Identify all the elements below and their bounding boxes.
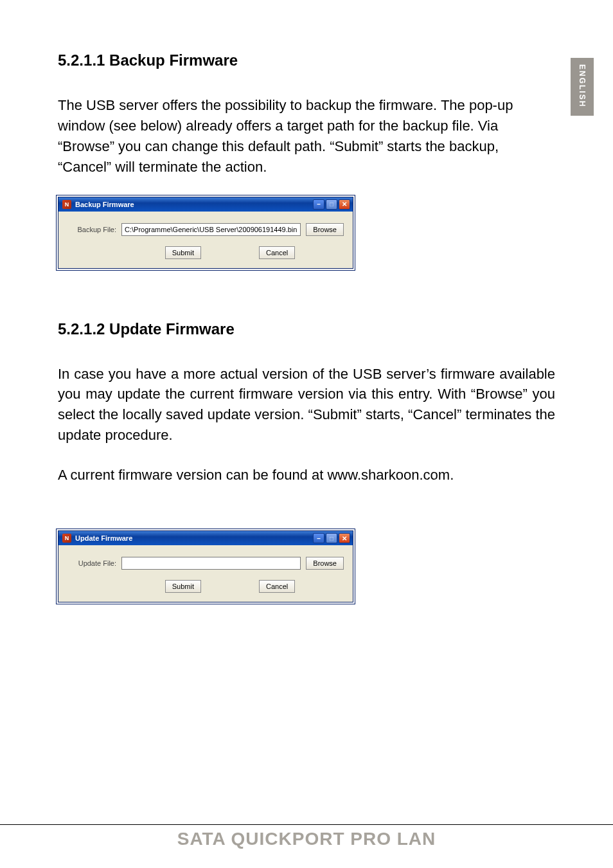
close-button[interactable]: ✕ bbox=[339, 533, 350, 543]
browse-button[interactable]: Browse bbox=[306, 223, 344, 236]
dialog-title: Update Firmware bbox=[75, 534, 313, 542]
heading-backup-firmware: 5.2.1.1 Backup Firmware bbox=[58, 51, 555, 69]
minimize-button[interactable]: – bbox=[313, 533, 324, 543]
para-update-firmware-1: In case you have a more actual version o… bbox=[58, 364, 555, 446]
dialog-body: Update File: Browse Submit Cancel bbox=[58, 545, 353, 602]
browse-button[interactable]: Browse bbox=[306, 557, 344, 570]
file-row: Backup File: Browse bbox=[67, 223, 344, 236]
dialog-button-row: Submit Cancel bbox=[67, 580, 344, 593]
close-button[interactable]: ✕ bbox=[339, 199, 350, 210]
dialog-titlebar: N Update Firmware – □ ✕ bbox=[58, 531, 353, 545]
app-icon: N bbox=[62, 200, 71, 209]
dialog-button-row: Submit Cancel bbox=[67, 246, 344, 259]
language-tab-label: ENGLISH bbox=[578, 64, 587, 107]
update-file-label: Update File: bbox=[67, 559, 116, 567]
heading-update-firmware: 5.2.1.2 Update Firmware bbox=[58, 320, 555, 338]
cancel-button[interactable]: Cancel bbox=[259, 580, 295, 593]
update-file-input[interactable] bbox=[121, 557, 301, 570]
para-backup-firmware: The USB server offers the possibility to… bbox=[58, 95, 555, 177]
submit-button[interactable]: Submit bbox=[165, 580, 201, 593]
dialog-title: Backup Firmware bbox=[75, 201, 313, 208]
footer: SATA QUICKPORT PRO LAN bbox=[0, 824, 613, 855]
file-row: Update File: Browse bbox=[67, 557, 344, 570]
backup-file-label: Backup File: bbox=[67, 226, 116, 233]
submit-button[interactable]: Submit bbox=[165, 246, 201, 259]
minimize-button[interactable]: – bbox=[313, 199, 324, 210]
backup-firmware-dialog: N Backup Firmware – □ ✕ Backup File: Bro… bbox=[58, 197, 353, 269]
window-controls: – □ ✕ bbox=[313, 199, 350, 210]
update-firmware-dialog: N Update Firmware – □ ✕ Update File: Bro… bbox=[58, 530, 353, 602]
dialog-titlebar: N Backup Firmware – □ ✕ bbox=[58, 197, 353, 212]
maximize-button[interactable]: □ bbox=[326, 533, 337, 543]
backup-file-input[interactable] bbox=[121, 223, 301, 236]
para-update-firmware-2: A current firmware version can be found … bbox=[58, 465, 555, 485]
app-icon: N bbox=[62, 534, 71, 543]
maximize-button[interactable]: □ bbox=[326, 199, 337, 210]
dialog-body: Backup File: Browse Submit Cancel bbox=[58, 212, 353, 268]
language-tab: ENGLISH bbox=[571, 58, 594, 116]
footer-title: SATA QUICKPORT PRO LAN bbox=[177, 829, 436, 849]
cancel-button[interactable]: Cancel bbox=[259, 246, 295, 259]
window-controls: – □ ✕ bbox=[313, 533, 350, 543]
